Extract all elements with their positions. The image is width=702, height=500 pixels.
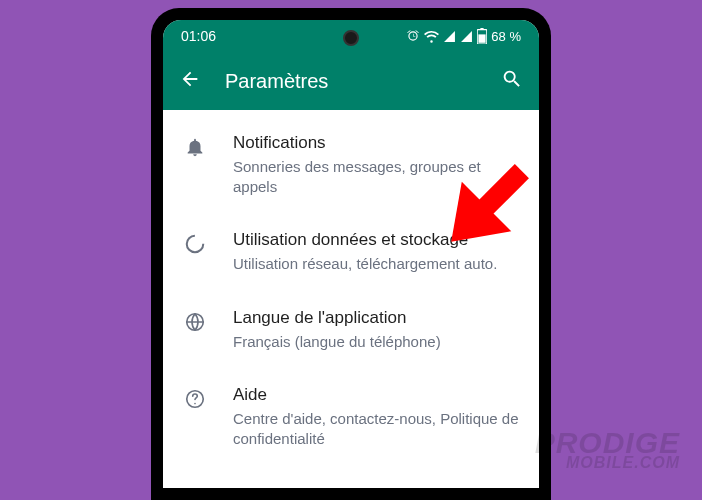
setting-title: Langue de l'application [233,307,519,330]
battery-text: 68 % [491,29,521,44]
alarm-icon [406,29,420,43]
front-camera [343,30,359,46]
setting-item-notifications[interactable]: Notifications Sonneries des messages, gr… [163,116,539,213]
status-time: 01:06 [181,28,216,44]
settings-list: Notifications Sonneries des messages, gr… [163,110,539,471]
bell-icon [183,132,207,158]
app-bar: Paramètres [163,52,539,110]
setting-item-data-storage[interactable]: Utilisation données et stockage Utilisat… [163,213,539,290]
setting-item-app-language[interactable]: Langue de l'application Français (langue… [163,291,539,368]
setting-subtitle: Centre d'aide, contactez-nous, Politique… [233,409,519,450]
svg-rect-1 [481,28,484,30]
svg-rect-2 [479,34,486,42]
phone-frame: 01:06 68 % [151,8,551,500]
setting-subtitle: Français (langue du téléphone) [233,332,519,352]
signal-icon [443,30,456,43]
battery-icon [477,28,487,44]
watermark-brand: PRODIGE [535,426,680,460]
phone-screen: 01:06 68 % [163,20,539,488]
setting-title: Aide [233,384,519,407]
globe-icon [183,307,207,333]
search-icon[interactable] [501,68,523,94]
setting-subtitle: Utilisation réseau, téléchargement auto. [233,254,519,274]
watermark-url: MOBILE.COM [535,454,680,472]
svg-point-3 [187,236,204,253]
back-icon[interactable] [179,68,201,94]
wifi-icon [424,29,439,44]
setting-title: Utilisation données et stockage [233,229,519,252]
help-icon [183,384,207,410]
page-title: Paramètres [225,70,477,93]
setting-title: Notifications [233,132,519,155]
setting-item-help[interactable]: Aide Centre d'aide, contactez-nous, Poli… [163,368,539,465]
watermark: PRODIGE MOBILE.COM [535,426,680,472]
setting-subtitle: Sonneries des messages, groupes et appel… [233,157,519,198]
data-usage-icon [183,229,207,255]
status-indicators: 68 % [406,28,521,44]
signal-icon-2 [460,30,473,43]
